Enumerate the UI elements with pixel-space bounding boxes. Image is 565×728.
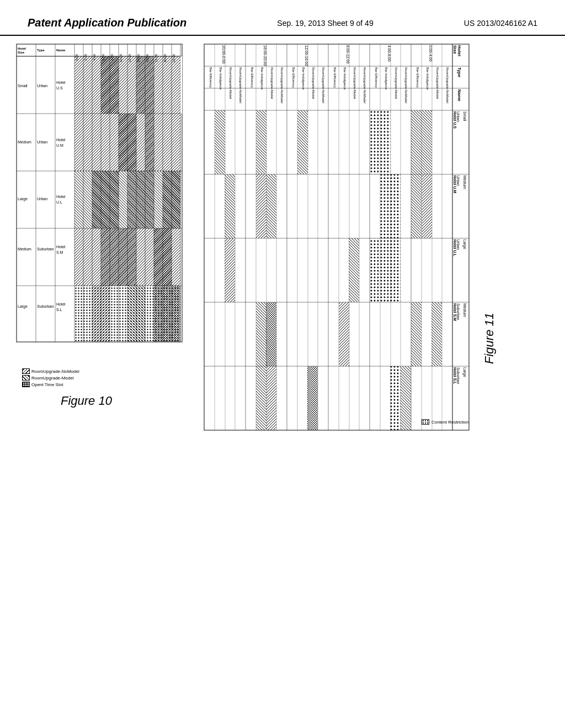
svg-text:Hotel U.L: Hotel U.L [453, 239, 457, 256]
svg-text:Suburban: Suburban [37, 247, 54, 251]
legend-label-3: Opent Time Slot [31, 382, 63, 387]
svg-text:RoomUpgrade-Model: RoomUpgrade-Model [270, 67, 274, 99]
svg-text:Name: Name [56, 49, 66, 52]
svg-text:Suburban: Suburban [37, 304, 54, 308]
svg-text:RoomUpgrade-Model: RoomUpgrade-Model [353, 67, 356, 99]
svg-text:Hotel: Hotel [56, 245, 66, 249]
legend-pattern-1 [22, 368, 30, 374]
svg-rect-195 [390, 366, 401, 430]
svg-text:Hotel: Hotel [56, 138, 66, 142]
figure11-caption: Figure 11 [482, 313, 497, 364]
svg-text:Medium: Medium [18, 247, 31, 251]
svg-rect-180 [380, 174, 391, 238]
svg-text:Medium: Medium [463, 175, 467, 189]
svg-text:Bar-Efficiency: Bar-Efficiency [333, 67, 337, 88]
svg-text:RoomUpgrade-Model: RoomUpgrade-Model [395, 67, 398, 99]
svg-text:Large: Large [462, 367, 467, 377]
figures-container: Hotel Size Type Name 0:00 2:00 4:00 6:00… [0, 36, 565, 438]
legend-item-2: RoomUpgrade-Model [22, 375, 188, 381]
svg-text:RoomUpgrade-NoModel: RoomUpgrade-NoModel [239, 67, 242, 103]
legend-pattern-3 [22, 382, 30, 387]
svg-text:Size: Size [18, 51, 25, 54]
svg-text:Bar-Efficiency: Bar-Efficiency [416, 67, 419, 88]
svg-rect-191 [339, 302, 349, 366]
patent-number: US 2013/0246162 A1 [464, 19, 537, 28]
svg-text:Type: Type [457, 67, 462, 78]
svg-text:Bar-Indulgence: Bar-Indulgence [426, 67, 429, 90]
svg-rect-71 [145, 114, 154, 171]
svg-text:U.M: U.M [56, 143, 63, 147]
svg-rect-173 [370, 110, 380, 174]
svg-text:Urban: Urban [456, 111, 460, 122]
svg-rect-174 [297, 110, 308, 174]
svg-text:Bar-Efficiency: Bar-Efficiency [209, 67, 212, 88]
svg-text:12:00-16:00: 12:00-16:00 [305, 45, 308, 66]
svg-text:Urban: Urban [37, 140, 47, 144]
svg-text:Urban: Urban [456, 175, 460, 186]
svg-rect-196 [307, 366, 318, 430]
svg-text:0:00-4:00: 0:00-4:00 [429, 45, 433, 62]
svg-rect-67 [136, 56, 154, 114]
svg-rect-194 [401, 366, 411, 430]
svg-text:Bar-Indulgence: Bar-Indulgence [260, 67, 264, 90]
svg-text:16:00-20:00: 16:00-20:00 [263, 45, 267, 66]
svg-text:8:00-12:00: 8:00-12:00 [346, 45, 350, 64]
svg-text:Small: Small [18, 84, 28, 88]
svg-text:Size: Size [452, 45, 457, 55]
legend-pattern-2 [22, 375, 30, 381]
svg-rect-184 [390, 238, 401, 302]
svg-text:Hotel S.M: Hotel S.M [453, 303, 457, 321]
svg-rect-70 [119, 114, 136, 171]
svg-rect-187 [349, 238, 359, 302]
svg-rect-179 [390, 174, 401, 238]
svg-text:RoomUpgrade-NoModel: RoomUpgrade-NoModel [322, 67, 325, 103]
svg-text:Bar-Indulgence: Bar-Indulgence [219, 67, 222, 90]
svg-rect-78 [154, 228, 172, 286]
legend-label-2: RoomUpgrade-Model [31, 376, 73, 381]
svg-rect-65 [74, 56, 180, 114]
svg-rect-75 [163, 171, 180, 228]
svg-rect-188 [225, 238, 235, 302]
svg-rect-181 [266, 174, 276, 238]
svg-text:Large: Large [18, 197, 28, 201]
svg-rect-74 [127, 171, 154, 228]
svg-rect-172 [380, 110, 391, 174]
svg-text:Medium: Medium [463, 303, 467, 317]
figure10-caption: Figure 10 [61, 394, 177, 408]
svg-text:RoomUpgrade-Model: RoomUpgrade-Model [436, 67, 439, 99]
svg-text:Bar-Indulgence: Bar-Indulgence [302, 67, 305, 90]
svg-text:Hotel: Hotel [56, 81, 66, 84]
svg-rect-77 [101, 228, 136, 286]
svg-text:Hotel: Hotel [18, 47, 26, 50]
svg-text:Bar-Indulgence: Bar-Indulgence [385, 67, 388, 90]
svg-text:Type: Type [37, 49, 45, 52]
svg-rect-192 [266, 302, 276, 366]
svg-rect-186 [370, 238, 380, 302]
svg-text:4:00-8:00: 4:00-8:00 [387, 45, 391, 62]
svg-text:S.L: S.L [56, 308, 62, 312]
svg-rect-193 [256, 302, 266, 366]
svg-text:RoomUpgrade-NoModel: RoomUpgrade-NoModel [404, 67, 408, 103]
svg-rect-198 [256, 366, 266, 430]
svg-text:Suburban: Suburban [456, 367, 460, 384]
svg-text:Name: Name [457, 89, 462, 101]
svg-text:Urban: Urban [456, 239, 460, 250]
svg-rect-175 [256, 110, 266, 174]
svg-rect-182 [256, 174, 266, 238]
figure11-chart: Hotel Size Type Name Small Urban Hotel U… [204, 44, 469, 430]
svg-rect-197 [266, 366, 276, 430]
legend-dots-box [422, 419, 429, 425]
svg-text:Hotel: Hotel [457, 45, 462, 56]
figure10-chart: Hotel Size Type Name 0:00 2:00 4:00 6:00… [17, 44, 182, 364]
svg-rect-178 [411, 174, 422, 238]
svg-text:Hotel: Hotel [56, 195, 66, 199]
svg-text:RoomUpgrade-NoModel: RoomUpgrade-NoModel [446, 67, 449, 103]
svg-rect-189 [431, 302, 442, 366]
legend-item-1: RoomUpgrade-NoModel [22, 368, 188, 374]
svg-text:Hotel U.M: Hotel U.M [453, 175, 457, 193]
figure11-container: Hotel Size Type Name Small Urban Hotel U… [204, 44, 548, 430]
svg-rect-68 [180, 56, 182, 114]
svg-text:S.M: S.M [56, 250, 63, 254]
svg-text:RoomUpgrade-NoModel: RoomUpgrade-NoModel [280, 67, 284, 103]
svg-rect-176 [215, 110, 225, 174]
